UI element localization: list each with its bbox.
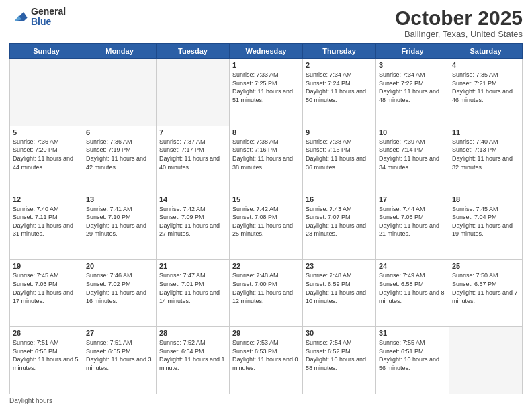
- day-number: 29: [232, 329, 300, 337]
- day-info: Sunrise: 7:33 AMSunset: 7:25 PMDaylight:…: [232, 71, 300, 104]
- calendar-cell: 24Sunrise: 7:49 AMSunset: 6:58 PMDayligh…: [376, 260, 449, 327]
- calendar-week-row: 1Sunrise: 7:33 AMSunset: 7:25 PMDaylight…: [10, 59, 523, 126]
- day-number: 25: [452, 262, 519, 270]
- calendar-cell: 5Sunrise: 7:36 AMSunset: 7:20 PMDaylight…: [10, 126, 83, 193]
- day-of-week-header: Friday: [376, 44, 449, 59]
- day-number: 11: [452, 128, 519, 136]
- day-info: Sunrise: 7:45 AMSunset: 7:04 PMDaylight:…: [452, 205, 519, 238]
- day-info: Sunrise: 7:47 AMSunset: 7:01 PMDaylight:…: [159, 271, 226, 305]
- day-info: Sunrise: 7:40 AMSunset: 7:11 PMDaylight:…: [13, 205, 80, 238]
- day-info: Sunrise: 7:44 AMSunset: 7:05 PMDaylight:…: [379, 205, 446, 238]
- calendar-cell: 9Sunrise: 7:38 AMSunset: 7:15 PMDaylight…: [303, 126, 376, 193]
- calendar-cell: 14Sunrise: 7:42 AMSunset: 7:09 PMDayligh…: [157, 193, 230, 260]
- day-number: 1: [232, 61, 300, 69]
- daylight-label: Daylight hours: [9, 397, 52, 404]
- calendar-cell: 7Sunrise: 7:37 AMSunset: 7:17 PMDaylight…: [157, 126, 230, 193]
- calendar-cell: [83, 59, 157, 126]
- day-number: 15: [232, 195, 300, 203]
- day-number: 22: [232, 262, 300, 270]
- day-info: Sunrise: 7:49 AMSunset: 6:58 PMDaylight:…: [379, 271, 446, 305]
- day-number: 30: [306, 329, 373, 337]
- logo-text: General Blue: [31, 7, 66, 28]
- title-block: October 2025 Ballinger, Texas, United St…: [395, 7, 523, 39]
- calendar-cell: 28Sunrise: 7:52 AMSunset: 6:54 PMDayligh…: [157, 327, 230, 394]
- calendar-cell: 30Sunrise: 7:54 AMSunset: 6:52 PMDayligh…: [303, 327, 376, 394]
- calendar-cell: 11Sunrise: 7:40 AMSunset: 7:13 PMDayligh…: [449, 126, 523, 193]
- day-number: 13: [86, 195, 153, 203]
- day-info: Sunrise: 7:55 AMSunset: 6:51 PMDaylight:…: [379, 338, 446, 372]
- day-of-week-header: Thursday: [303, 44, 376, 59]
- calendar-cell: 2Sunrise: 7:34 AMSunset: 7:24 PMDaylight…: [303, 59, 376, 126]
- day-info: Sunrise: 7:34 AMSunset: 7:22 PMDaylight:…: [379, 71, 446, 104]
- day-number: 20: [86, 262, 153, 270]
- calendar-cell: 29Sunrise: 7:53 AMSunset: 6:53 PMDayligh…: [230, 327, 303, 394]
- day-number: 23: [306, 262, 373, 270]
- month-title: October 2025: [395, 7, 523, 29]
- day-number: 2: [306, 61, 373, 69]
- day-number: 21: [159, 262, 226, 270]
- calendar-cell: [449, 327, 523, 394]
- day-info: Sunrise: 7:51 AMSunset: 6:56 PMDaylight:…: [13, 338, 80, 372]
- day-number: 19: [13, 262, 80, 270]
- day-info: Sunrise: 7:48 AMSunset: 6:59 PMDaylight:…: [306, 271, 373, 305]
- calendar-week-row: 26Sunrise: 7:51 AMSunset: 6:56 PMDayligh…: [10, 327, 523, 394]
- day-number: 27: [86, 329, 153, 337]
- calendar-cell: [10, 59, 83, 126]
- day-info: Sunrise: 7:43 AMSunset: 7:07 PMDaylight:…: [306, 205, 373, 238]
- header: General Blue October 2025 Ballinger, Tex…: [9, 7, 523, 39]
- day-number: 28: [159, 329, 226, 337]
- day-number: 24: [379, 262, 446, 270]
- calendar-cell: 1Sunrise: 7:33 AMSunset: 7:25 PMDaylight…: [230, 59, 303, 126]
- calendar-cell: 10Sunrise: 7:39 AMSunset: 7:14 PMDayligh…: [376, 126, 449, 193]
- day-info: Sunrise: 7:45 AMSunset: 7:03 PMDaylight:…: [13, 271, 80, 305]
- page: General Blue October 2025 Ballinger, Tex…: [0, 0, 532, 411]
- logo-icon: [9, 7, 28, 26]
- day-info: Sunrise: 7:36 AMSunset: 7:20 PMDaylight:…: [13, 138, 80, 171]
- day-info: Sunrise: 7:39 AMSunset: 7:14 PMDaylight:…: [379, 138, 446, 171]
- calendar-header-row: SundayMondayTuesdayWednesdayThursdayFrid…: [10, 44, 523, 59]
- calendar-table: SundayMondayTuesdayWednesdayThursdayFrid…: [9, 43, 523, 394]
- day-number: 26: [13, 329, 80, 337]
- calendar-cell: 3Sunrise: 7:34 AMSunset: 7:22 PMDaylight…: [376, 59, 449, 126]
- calendar-cell: 27Sunrise: 7:51 AMSunset: 6:55 PMDayligh…: [83, 327, 157, 394]
- calendar-week-row: 12Sunrise: 7:40 AMSunset: 7:11 PMDayligh…: [10, 193, 523, 260]
- day-info: Sunrise: 7:51 AMSunset: 6:55 PMDaylight:…: [86, 338, 153, 372]
- day-number: 6: [86, 128, 153, 136]
- day-number: 17: [379, 195, 446, 203]
- calendar-cell: 19Sunrise: 7:45 AMSunset: 7:03 PMDayligh…: [10, 260, 83, 327]
- calendar-cell: 12Sunrise: 7:40 AMSunset: 7:11 PMDayligh…: [10, 193, 83, 260]
- day-info: Sunrise: 7:52 AMSunset: 6:54 PMDaylight:…: [159, 338, 226, 372]
- calendar-cell: 23Sunrise: 7:48 AMSunset: 6:59 PMDayligh…: [303, 260, 376, 327]
- calendar-cell: 25Sunrise: 7:50 AMSunset: 6:57 PMDayligh…: [449, 260, 523, 327]
- day-info: Sunrise: 7:34 AMSunset: 7:24 PMDaylight:…: [306, 71, 373, 104]
- day-info: Sunrise: 7:42 AMSunset: 7:08 PMDaylight:…: [232, 205, 300, 238]
- footer-note: Daylight hours: [9, 397, 523, 404]
- day-info: Sunrise: 7:41 AMSunset: 7:10 PMDaylight:…: [86, 205, 153, 238]
- day-of-week-header: Sunday: [10, 44, 83, 59]
- calendar-cell: 15Sunrise: 7:42 AMSunset: 7:08 PMDayligh…: [230, 193, 303, 260]
- day-info: Sunrise: 7:46 AMSunset: 7:02 PMDaylight:…: [86, 271, 153, 305]
- calendar-week-row: 5Sunrise: 7:36 AMSunset: 7:20 PMDaylight…: [10, 126, 523, 193]
- calendar-cell: 16Sunrise: 7:43 AMSunset: 7:07 PMDayligh…: [303, 193, 376, 260]
- calendar-cell: 20Sunrise: 7:46 AMSunset: 7:02 PMDayligh…: [83, 260, 157, 327]
- location: Ballinger, Texas, United States: [395, 29, 523, 39]
- logo: General Blue: [9, 7, 66, 28]
- day-info: Sunrise: 7:37 AMSunset: 7:17 PMDaylight:…: [159, 138, 226, 171]
- calendar-cell: 8Sunrise: 7:38 AMSunset: 7:16 PMDaylight…: [230, 126, 303, 193]
- calendar-cell: 4Sunrise: 7:35 AMSunset: 7:21 PMDaylight…: [449, 59, 523, 126]
- day-number: 16: [306, 195, 373, 203]
- calendar-cell: 31Sunrise: 7:55 AMSunset: 6:51 PMDayligh…: [376, 327, 449, 394]
- day-info: Sunrise: 7:38 AMSunset: 7:15 PMDaylight:…: [306, 138, 373, 171]
- day-info: Sunrise: 7:50 AMSunset: 6:57 PMDaylight:…: [452, 271, 519, 305]
- calendar-cell: 6Sunrise: 7:36 AMSunset: 7:19 PMDaylight…: [83, 126, 157, 193]
- day-number: 14: [159, 195, 226, 203]
- day-number: 8: [232, 128, 300, 136]
- calendar-cell: 17Sunrise: 7:44 AMSunset: 7:05 PMDayligh…: [376, 193, 449, 260]
- day-info: Sunrise: 7:35 AMSunset: 7:21 PMDaylight:…: [452, 71, 519, 104]
- day-info: Sunrise: 7:54 AMSunset: 6:52 PMDaylight:…: [306, 338, 373, 372]
- day-of-week-header: Tuesday: [157, 44, 230, 59]
- calendar-cell: [157, 59, 230, 126]
- calendar-cell: 22Sunrise: 7:48 AMSunset: 7:00 PMDayligh…: [230, 260, 303, 327]
- calendar-cell: 21Sunrise: 7:47 AMSunset: 7:01 PMDayligh…: [157, 260, 230, 327]
- calendar-cell: 26Sunrise: 7:51 AMSunset: 6:56 PMDayligh…: [10, 327, 83, 394]
